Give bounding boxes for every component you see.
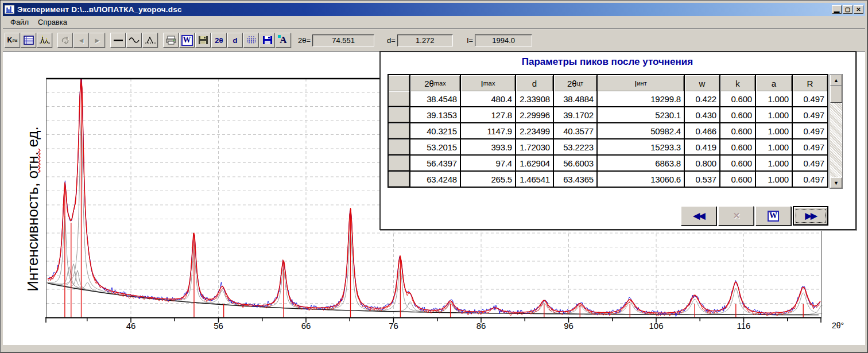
svg-text:66: 66 — [301, 321, 311, 331]
cell-2theta-ct[interactable]: 53.2223 — [554, 139, 596, 154]
cell-i-int[interactable]: 50982.4 — [598, 123, 684, 138]
svg-text:106: 106 — [649, 321, 663, 331]
cell-2theta-max[interactable]: 56.4397 — [410, 156, 460, 170]
cell-r[interactable]: 0.497 — [793, 107, 827, 122]
column-header-w[interactable]: w — [685, 75, 719, 91]
row-selector[interactable] — [389, 156, 409, 170]
cell-k[interactable]: 0.600 — [720, 156, 755, 170]
cell-d[interactable]: 1.46541 — [516, 172, 553, 187]
scroll-up-button[interactable]: ▲ — [830, 75, 842, 86]
cell-2theta-ct[interactable]: 56.6003 — [554, 156, 596, 170]
cell-2theta-max[interactable]: 53.2015 — [410, 139, 460, 154]
cell-w[interactable]: 0.800 — [685, 156, 719, 170]
cell-i-max[interactable]: 127.8 — [461, 107, 515, 122]
panel-title: Параметры пиков после уточнения — [381, 56, 834, 68]
word-icon: W — [768, 211, 779, 222]
cell-w[interactable]: 0.422 — [685, 91, 719, 106]
cell-i-int[interactable]: 6863.8 — [598, 156, 684, 170]
cell-i-max[interactable]: 1147.9 — [461, 123, 515, 138]
cell-k[interactable]: 0.600 — [720, 107, 755, 122]
cell-a[interactable]: 1.000 — [756, 123, 792, 138]
cell-2theta-ct[interactable]: 39.1702 — [554, 107, 596, 122]
x-axis-unit: 2θ° — [832, 321, 844, 330]
cell-r[interactable]: 0.497 — [793, 123, 827, 138]
row-selector[interactable] — [389, 123, 409, 138]
cell-k[interactable]: 0.600 — [720, 91, 755, 106]
peak-table: 2θmaxImaxd2θцтIинтwkaR38.4548480.42.3390… — [388, 74, 828, 188]
column-header-a[interactable]: a — [756, 75, 792, 91]
svg-text:46: 46 — [126, 321, 136, 331]
cell-k[interactable]: 0.600 — [720, 139, 755, 154]
row-selector[interactable] — [389, 91, 409, 106]
svg-text:96: 96 — [564, 321, 574, 331]
cell-k[interactable]: 0.600 — [720, 123, 755, 138]
window-bottom-frame — [3, 345, 865, 350]
cell-r[interactable]: 0.497 — [793, 156, 827, 170]
cell-i-int[interactable]: 13060.6 — [598, 172, 684, 187]
cell-k[interactable]: 0.600 — [720, 172, 755, 187]
column-header-r[interactable]: R — [793, 75, 827, 91]
peak-parameters-panel: Параметры пиков после уточнения 2θmaxIma… — [379, 51, 857, 230]
cell-d[interactable]: 2.23499 — [516, 123, 553, 138]
cell-i-int[interactable]: 5230.1 — [598, 107, 684, 122]
cell-i-max[interactable]: 480.4 — [461, 91, 515, 106]
cell-d[interactable]: 2.33908 — [516, 91, 553, 106]
cell-d[interactable]: 2.29996 — [516, 107, 553, 122]
cell-w[interactable]: 0.430 — [685, 107, 719, 122]
svg-text:76: 76 — [389, 321, 398, 331]
panel-delete-peak-button[interactable]: ✕ — [718, 206, 754, 226]
cell-2theta-ct[interactable]: 40.3577 — [554, 123, 596, 138]
column-header-2theta-max[interactable]: 2θmax — [410, 75, 460, 91]
cell-r[interactable]: 0.497 — [793, 172, 827, 187]
scroll-thumb[interactable] — [830, 86, 842, 103]
svg-text:56: 56 — [214, 321, 223, 331]
column-header-k[interactable]: k — [720, 75, 755, 91]
scroll-down-button[interactable]: ▼ — [830, 177, 842, 188]
row-selector[interactable] — [389, 172, 409, 187]
y-axis-label: Интенсивность, отн. ед. — [24, 114, 44, 304]
table-scrollbar[interactable]: ▲ ▼ — [830, 74, 843, 189]
cell-a[interactable]: 1.000 — [756, 139, 792, 154]
panel-word-export-button[interactable]: W — [755, 206, 791, 226]
x-axis-ticks — [46, 318, 821, 323]
cell-a[interactable]: 1.000 — [756, 172, 792, 187]
x-axis-labels: 4656667686961061162θ° — [126, 321, 844, 331]
column-header-d[interactable]: d — [516, 75, 553, 91]
column-header-2theta-ct[interactable]: 2θцт — [554, 75, 596, 91]
cell-w[interactable]: 0.466 — [685, 123, 719, 138]
cell-r[interactable]: 0.497 — [793, 139, 827, 154]
cell-w[interactable]: 0.537 — [685, 172, 719, 187]
column-header-i-max[interactable]: Imax — [461, 75, 515, 91]
cell-2theta-ct[interactable]: 63.4365 — [554, 172, 596, 187]
svg-text:116: 116 — [737, 321, 751, 331]
cell-2theta-ct[interactable]: 38.4884 — [554, 91, 596, 106]
cell-2theta-max[interactable]: 38.4548 — [410, 91, 460, 106]
row-selector[interactable] — [389, 139, 409, 154]
cell-2theta-max[interactable]: 63.4248 — [410, 172, 460, 187]
cell-a[interactable]: 1.000 — [756, 107, 792, 122]
cell-r[interactable]: 0.497 — [793, 91, 827, 106]
cell-i-int[interactable]: 15293.3 — [598, 139, 684, 154]
cell-2theta-max[interactable]: 39.1353 — [410, 107, 460, 122]
row-selector[interactable] — [389, 107, 409, 122]
cell-w[interactable]: 0.419 — [685, 139, 719, 154]
column-header-i-int[interactable]: Iинт — [598, 75, 684, 91]
cell-d[interactable]: 1.62904 — [516, 156, 553, 170]
app-window: Эксперимент D:\...в\ЛОПАТКА_укороч.dsc ▬… — [0, 0, 868, 353]
cell-d[interactable]: 1.72030 — [516, 139, 553, 154]
cell-i-max[interactable]: 97.4 — [461, 156, 515, 170]
cell-i-max[interactable]: 265.5 — [461, 172, 515, 187]
column-header-rowhdr[interactable] — [389, 75, 409, 91]
panel-page-next-button[interactable]: ▶▶ — [793, 206, 828, 226]
panel-page-prev-button[interactable]: ◀◀ — [681, 206, 716, 226]
cell-i-int[interactable]: 19299.8 — [598, 91, 684, 106]
cell-a[interactable]: 1.000 — [756, 156, 792, 170]
cell-a[interactable]: 1.000 — [756, 91, 792, 106]
svg-text:86: 86 — [476, 321, 486, 331]
panel-nav-buttons: ◀◀✕W▶▶ — [681, 206, 828, 226]
cell-i-max[interactable]: 393.9 — [461, 139, 515, 154]
cell-2theta-max[interactable]: 40.3215 — [410, 123, 460, 138]
